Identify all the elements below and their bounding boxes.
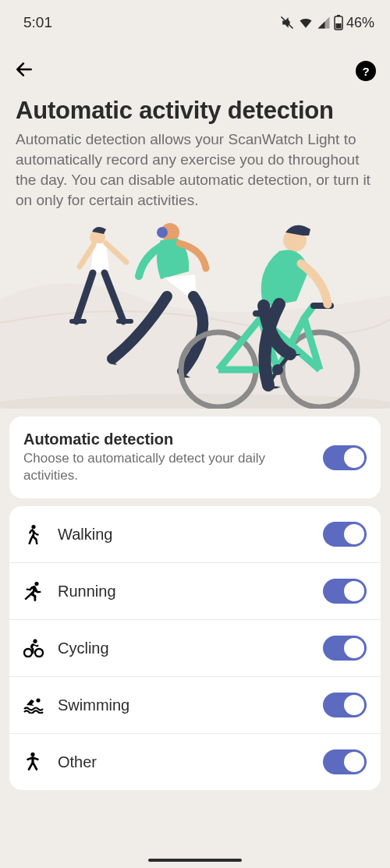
svg-point-15 (34, 582, 38, 586)
activity-label: Swimming (58, 696, 323, 714)
activity-row-running[interactable]: Running (9, 563, 381, 620)
page-description: Automatic detection allows your ScanWatc… (16, 129, 374, 211)
master-toggle[interactable] (323, 445, 367, 470)
svg-point-14 (31, 525, 35, 529)
status-bar: 5:01 46% (0, 0, 390, 37)
activity-toggle-running[interactable] (323, 579, 367, 604)
walking-icon (23, 524, 58, 544)
svg-point-17 (35, 649, 43, 657)
other-icon (23, 752, 58, 772)
activity-list: Walking Running Cycling Swimming Other (9, 506, 381, 790)
page-title: Automatic activity detection (16, 97, 374, 125)
activity-illustration (0, 214, 390, 409)
svg-point-18 (33, 639, 37, 643)
mute-icon (279, 15, 295, 30)
status-time: 5:01 (23, 14, 52, 31)
top-nav: ? (0, 37, 390, 83)
master-toggle-title: Automatic detection (23, 430, 307, 448)
svg-point-19 (36, 698, 40, 702)
swimming-icon (23, 696, 58, 714)
svg-point-20 (30, 753, 34, 756)
svg-rect-2 (337, 15, 340, 16)
activity-toggle-swimming[interactable] (323, 693, 367, 717)
svg-point-7 (157, 227, 168, 238)
activity-label: Walking (58, 526, 323, 544)
activity-row-walking[interactable]: Walking (9, 506, 381, 563)
cycling-icon (23, 639, 58, 657)
running-icon (23, 581, 58, 601)
home-indicator[interactable] (148, 859, 242, 862)
activity-label: Running (58, 583, 323, 601)
status-indicators: 46% (279, 15, 374, 31)
signal-icon (317, 16, 331, 30)
activity-row-other[interactable]: Other (9, 734, 381, 790)
svg-point-16 (24, 649, 32, 657)
page-header: Automatic activity detection Automatic d… (0, 83, 390, 211)
activity-row-swimming[interactable]: Swimming (9, 677, 381, 734)
help-button[interactable]: ? (356, 61, 376, 81)
activity-row-cycling[interactable]: Cycling (9, 620, 381, 677)
activity-toggle-cycling[interactable] (323, 636, 367, 661)
activity-label: Other (58, 753, 323, 771)
battery-text: 46% (346, 15, 374, 31)
activity-toggle-walking[interactable] (323, 522, 367, 547)
wifi-icon (298, 15, 314, 30)
svg-rect-3 (335, 23, 341, 29)
help-label: ? (362, 65, 369, 78)
activity-toggle-other[interactable] (323, 749, 367, 774)
master-toggle-card: Automatic detection Choose to automatica… (9, 416, 381, 498)
activity-label: Cycling (58, 639, 323, 657)
battery-icon (334, 15, 343, 30)
back-button[interactable] (14, 59, 34, 83)
master-toggle-subtitle: Choose to automatically detect your dail… (23, 450, 307, 484)
